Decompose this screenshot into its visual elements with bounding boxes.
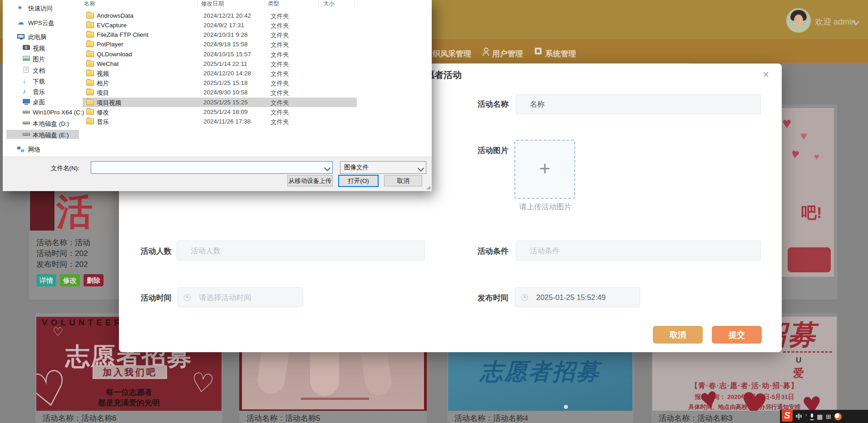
column-separator <box>355 0 355 7</box>
file-name: 项目视频 <box>97 99 121 107</box>
image-upload-box[interactable]: + <box>514 140 575 199</box>
detail-button[interactable]: 详情 <box>36 274 56 286</box>
file-row[interactable]: 音乐 2024/11/26 17:38 文件夹 <box>83 117 357 126</box>
file-row[interactable]: QLDownload 2024/10/15 15:57 文件夹 <box>83 49 357 59</box>
file-date: 2024/9/30 10:58 <box>203 89 248 96</box>
file-type: 文件夹 <box>271 51 289 59</box>
file-row[interactable]: AndrowsData 2024/12/21 20:42 文件夹 <box>83 11 357 20</box>
heart-icon <box>782 114 791 132</box>
star-icon <box>17 5 25 11</box>
keyboard-icon[interactable]: ▦ <box>817 413 823 420</box>
file-type: 文件夹 <box>271 79 289 88</box>
sidebar-label: 桌面 <box>33 98 45 107</box>
dialog-cancel-button[interactable]: 取消 <box>384 175 422 187</box>
ime-toolbar: S 中 ’ ▦ ⊞ <box>780 410 868 423</box>
file-name: 视频 <box>97 70 109 78</box>
mobile-upload-button[interactable]: 从移动设备上传 <box>287 175 333 187</box>
file-type: 文件夹 <box>271 12 289 20</box>
card-line-publish: 发布时间：202 <box>36 259 88 270</box>
sidebar-item-drive-c[interactable]: Win10Pro X64 (C:) <box>6 108 79 117</box>
sidebar-label: 此电脑 <box>28 33 47 41</box>
publish-time-input[interactable] <box>515 287 640 307</box>
file-date: 2024/9/18 15:58 <box>203 41 248 48</box>
column-header-name[interactable]: 名称 <box>84 0 95 7</box>
file-row[interactable]: WeChat 2025/1/14 22:11 文件夹 <box>83 59 357 69</box>
activity-condition-input[interactable] <box>516 241 761 261</box>
file-row[interactable]: 修改 2025/1/24 18:09 文件夹 <box>83 107 357 117</box>
sogou-input-icon[interactable]: S <box>782 409 793 422</box>
column-separator <box>265 0 265 7</box>
file-row[interactable]: FileZilla FTP Client 2024/10/31 9:28 文件夹 <box>83 30 357 39</box>
delete-button[interactable]: 删除 <box>84 274 104 286</box>
skin-icon[interactable]: ⊞ <box>826 413 831 420</box>
file-row[interactable]: 相片 2025/1/25 15:18 文件夹 <box>83 78 357 88</box>
sidebar-label: Win10Pro X64 (C:) <box>33 109 84 116</box>
activity-time-input[interactable] <box>178 287 303 307</box>
publish-time-label: 发布时间 <box>454 293 508 303</box>
file-row[interactable]: 视频 2024/12/20 14:28 文件夹 <box>83 69 357 78</box>
filename-input[interactable] <box>91 161 333 174</box>
file-type: 文件夹 <box>271 41 289 49</box>
sidebar-item-documents[interactable]: 文档 <box>6 65 79 74</box>
sidebar-item-music[interactable]: 音乐 <box>6 87 79 96</box>
card-line-name: 活动名称：活动 <box>36 237 90 248</box>
browser-tray-icon[interactable] <box>834 413 842 420</box>
sidebar-item-this-pc[interactable]: 此电脑 <box>6 32 79 41</box>
sidebar-item-pictures[interactable]: 图片 <box>6 54 79 63</box>
file-name: QLDownload <box>97 51 132 58</box>
computer-icon <box>17 34 25 39</box>
activity-people-input[interactable] <box>177 241 425 261</box>
sidebar-label: WPS云盘 <box>28 19 54 27</box>
file-type: 文件夹 <box>271 70 289 78</box>
welcome-text[interactable]: 欢迎 admin <box>815 16 856 27</box>
nav-item-fengcai[interactable]: 织风采管理 <box>433 49 471 59</box>
sidebar-item-downloads[interactable]: 下载 <box>6 76 79 85</box>
column-header-type[interactable]: 类型 <box>268 0 279 7</box>
edit-button[interactable]: 修改 <box>60 274 80 286</box>
column-header-size[interactable]: 大小 <box>323 0 335 7</box>
sidebar-item-drive-d[interactable]: 本地磁盘 (D:) <box>6 118 79 128</box>
folder-icon <box>86 22 94 28</box>
card-line-time: 活动时间：202 <box>36 248 88 259</box>
nav-item-system-management[interactable]: 系统管理 <box>545 49 576 59</box>
folder-icon <box>86 51 94 57</box>
cloud-icon <box>17 19 25 25</box>
cancel-button[interactable]: 取消 <box>653 326 703 344</box>
column-header-date[interactable]: 修改日期 <box>201 0 224 7</box>
sidebar-item-wps-cloud[interactable]: WPS云盘 <box>6 18 79 27</box>
file-date: 2025/1/25 15:18 <box>203 79 248 86</box>
file-row[interactable]: PotPlayer 2024/9/18 15:58 文件夹 <box>83 39 357 49</box>
file-name: 相片 <box>97 79 109 88</box>
submit-button[interactable]: 提交 <box>712 326 762 344</box>
poster-band <box>30 186 54 231</box>
file-row-selected[interactable]: 项目视频 2025/1/25 15:25 文件夹 <box>83 98 357 107</box>
heart-icon <box>814 152 819 162</box>
activity-name-input[interactable] <box>516 94 761 114</box>
file-type: 文件夹 <box>271 118 289 126</box>
sidebar-item-network[interactable]: 网络 <box>6 144 79 153</box>
sidebar-item-quick-access[interactable]: 快速访问 <box>6 3 79 12</box>
picture-icon <box>23 56 30 61</box>
file-row[interactable]: 项目 2024/9/30 10:58 文件夹 <box>83 88 357 97</box>
close-icon[interactable]: × <box>763 70 769 79</box>
sidebar-item-drive-e[interactable]: 本地磁盘 (E:) <box>6 130 79 139</box>
open-button[interactable]: 打开(O) <box>338 175 379 187</box>
resize-grip[interactable]: ◢ <box>427 184 430 190</box>
language-mode-icon[interactable]: 中 <box>796 413 802 420</box>
sidebar-item-videos[interactable]: 视频 <box>6 43 79 52</box>
screen: 织风采管理 用户管理 系统管理 欢迎 admin 活 活动名称：活动 活动时间：… <box>0 0 868 423</box>
heart-icon <box>790 146 801 162</box>
filetype-select[interactable]: 图像文件 <box>340 161 426 174</box>
activity-image-label: 活动图片 <box>454 145 508 156</box>
file-name: AndrowsData <box>97 12 133 19</box>
clock-icon <box>521 294 528 301</box>
card-title: 活动名称：活动名称6 <box>43 413 116 423</box>
file-row[interactable]: EVCapture 2024/9/2 17:31 文件夹 <box>83 20 357 30</box>
sidebar-item-desktop[interactable]: 桌面 <box>6 97 79 106</box>
file-date: 2025/1/24 18:09 <box>203 108 248 115</box>
nav-item-user-management[interactable]: 用户管理 <box>492 49 523 59</box>
file-date: 2024/9/2 17:31 <box>203 22 244 29</box>
avatar[interactable] <box>786 8 811 33</box>
microphone-icon[interactable] <box>810 413 814 420</box>
punctuation-icon[interactable]: ’ <box>805 413 807 420</box>
